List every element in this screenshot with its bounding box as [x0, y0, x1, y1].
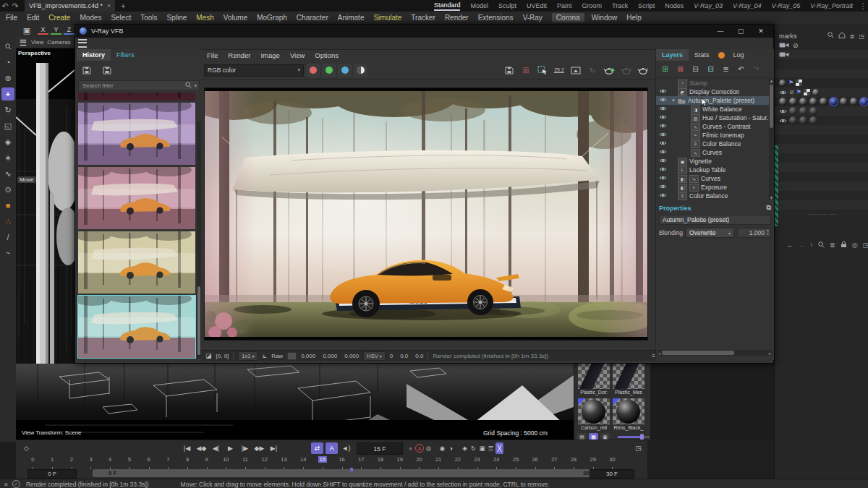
material-item-carbon-mtl[interactable]: Carbon_mtl	[577, 397, 610, 431]
soft-move-tool-icon[interactable]: ∗	[1, 151, 14, 164]
lock-icon[interactable]	[841, 241, 847, 249]
loop-mode-button[interactable]: ⇄	[311, 442, 323, 454]
cluster-tool-icon[interactable]: ∴	[1, 215, 14, 228]
new-tab-button[interactable]: +	[118, 1, 128, 10]
maximize-icon[interactable]: ▢	[733, 27, 749, 35]
zoom-tool-icon[interactable]	[1, 40, 14, 53]
layer-row-exposure[interactable]: ◧◐Exposure	[656, 183, 774, 192]
sound-toggle-icon[interactable]: ◄)	[340, 442, 352, 454]
render-interactive-icon[interactable]: ▶	[602, 64, 616, 77]
menu-select[interactable]: Select	[111, 14, 131, 22]
region-render-icon[interactable]	[535, 64, 550, 77]
menu-character[interactable]: Character	[297, 14, 328, 22]
material-sphere-8[interactable]	[860, 98, 868, 106]
object-row-blank-3[interactable]	[775, 153, 868, 163]
magnet-tool-icon[interactable]: ⊙	[1, 183, 14, 196]
goto-next-frame-button[interactable]: |▶	[239, 442, 251, 454]
object-row-camera-2[interactable]	[775, 50, 868, 59]
layer-row-hue-saturation-satur-[interactable]: ▥Hue / Saturation - Satur...	[656, 114, 774, 122]
layer-visibility-eye-icon[interactable]	[659, 114, 668, 121]
object-row-blank-5[interactable]	[775, 172, 868, 181]
record-parameters-button[interactable]: ◈	[461, 442, 469, 454]
green-channel-toggle[interactable]	[322, 64, 336, 77]
history-snapshot-2[interactable]	[78, 103, 195, 165]
render-image[interactable]: MAXON	[204, 87, 648, 341]
keyframe-diamond-icon[interactable]: ◇	[20, 442, 33, 454]
frame-tick-15[interactable]: 15	[313, 456, 333, 468]
layer-visibility-eye-icon[interactable]	[659, 175, 668, 182]
goto-next-key-button[interactable]: ◆▶	[253, 442, 265, 454]
filter-icon[interactable]: ≣	[850, 32, 855, 40]
object-row-camera-1[interactable]: ⊘	[775, 40, 868, 50]
range-end-field[interactable]: 30 F	[590, 469, 634, 479]
object-row-blank-4[interactable]	[775, 163, 868, 172]
workspace-tab-script[interactable]: Script	[638, 2, 655, 9]
layers-tab-log[interactable]: Log	[728, 49, 750, 61]
forward-icon[interactable]: →	[799, 241, 805, 249]
layer-row-filmic-tonemap[interactable]: ≈Filmic tonemap	[656, 131, 774, 140]
vfb-window[interactable]: V-Ray VFB — ▢ ✕ HistoryFilters ▾ File	[75, 24, 774, 364]
frame-tick-22[interactable]: 22	[448, 456, 467, 468]
menu-mesh[interactable]: Mesh	[196, 14, 213, 22]
rotate-tool-icon[interactable]: ↻	[1, 103, 14, 116]
frame-tick-29[interactable]: 29	[583, 456, 603, 468]
snap-toggle-button[interactable]: ╳	[495, 442, 503, 454]
vfb-menu-render[interactable]: Render	[228, 51, 250, 59]
vfb-title-bar[interactable]: V-Ray VFB — ▢ ✕	[75, 25, 773, 38]
menu-volume[interactable]: Volume	[224, 14, 247, 22]
menu-file[interactable]: File	[6, 14, 17, 22]
object-row-spheres-1[interactable]	[775, 116, 868, 125]
layer-tree-scrollbar[interactable]: ▲▼	[769, 79, 774, 200]
range-start-field[interactable]: 0 F	[27, 469, 77, 479]
texture-sphere-1[interactable]	[799, 116, 807, 124]
target-icon[interactable]: ◎	[852, 241, 858, 249]
selection-move-tool-icon[interactable]: ◈	[1, 135, 14, 148]
refresh-disabled-icon[interactable]: ↻	[585, 64, 600, 77]
knife-tool-icon[interactable]: /	[1, 231, 14, 244]
compare-images-icon[interactable]	[569, 64, 583, 77]
object-row-blank-2[interactable]	[775, 144, 868, 153]
up-icon[interactable]: ↑	[810, 241, 814, 249]
keying-settings-button[interactable]: ☰	[487, 442, 495, 454]
layer-row-curves[interactable]: ∿Curves	[656, 148, 774, 157]
frame-tick-11[interactable]: 11	[236, 456, 255, 468]
workspace-tab-groom[interactable]: Groom	[582, 2, 603, 9]
material-thumbnail[interactable]	[578, 398, 610, 424]
layers-tab-layers[interactable]: Layers	[656, 49, 689, 61]
workspace-tab-v-ray_04[interactable]: V-Ray_04	[733, 2, 762, 9]
menu-create[interactable]: Create	[48, 14, 70, 22]
alpha-channel-toggle[interactable]	[354, 64, 367, 77]
frame-tick-20[interactable]: 20	[409, 456, 429, 468]
workspace-tab-v-ray_03[interactable]: V-Ray_03	[694, 2, 723, 9]
record-pla-button[interactable]: ↻	[469, 442, 477, 454]
undo-icon[interactable]: ↶	[735, 64, 747, 74]
zoom-ratio-icon[interactable]: 25.2	[552, 64, 566, 77]
menu-modes[interactable]: Modes	[80, 14, 101, 22]
menu-render[interactable]: Render	[445, 14, 469, 22]
vfb-menu-view[interactable]: View	[290, 51, 305, 59]
frame-tick-28[interactable]: 28	[564, 456, 584, 468]
workspace-tab-uvedit[interactable]: UVEdit	[527, 2, 547, 9]
workspace-tab-track[interactable]: Track	[612, 2, 628, 9]
frame-tick-25[interactable]: 25	[506, 456, 526, 468]
object-row-blank-8[interactable]	[775, 200, 868, 210]
layer-visibility-eye-icon[interactable]	[659, 166, 668, 174]
frame-tick-21[interactable]: 21	[429, 456, 448, 468]
record-rotation-button[interactable]: ◑	[447, 442, 455, 454]
blue-channel-toggle[interactable]	[338, 64, 352, 77]
material-sphere-5[interactable]	[830, 98, 838, 106]
expand-icon[interactable]: ◳	[859, 32, 864, 40]
viewport-camera-label[interactable]: Perspective	[18, 50, 51, 56]
frame-tick-30[interactable]: 30	[603, 456, 622, 468]
range-slider[interactable]: 0 F 30 F	[93, 469, 610, 477]
undo-icon[interactable]: ↶	[0, 1, 10, 11]
add-layer-icon[interactable]: ⊞	[659, 64, 671, 74]
red-channel-toggle[interactable]	[306, 64, 320, 77]
object-row-blank-6[interactable]	[775, 181, 868, 191]
settings-tool-icon[interactable]: ⊛	[1, 72, 14, 85]
vfb-menu-file[interactable]: File	[207, 51, 218, 59]
pixel-ratio-select[interactable]: 1x1▾	[238, 351, 258, 361]
menu-extensions[interactable]: Extensions	[478, 14, 514, 22]
frame-tick-12[interactable]: 12	[255, 456, 274, 468]
frame-tick-16[interactable]: 16	[332, 456, 352, 468]
